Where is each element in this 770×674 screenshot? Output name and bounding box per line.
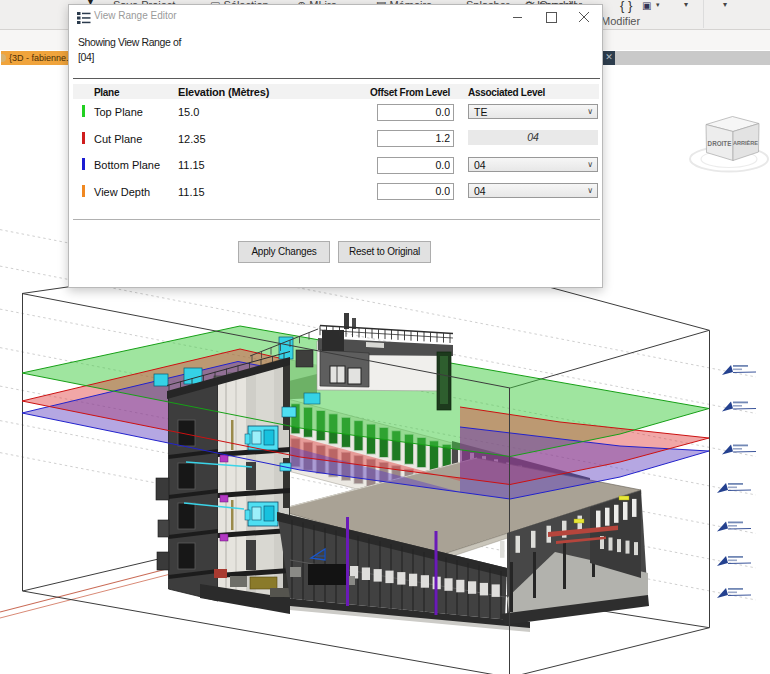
- svg-text:ARRIÈRE: ARRIÈRE: [733, 139, 758, 146]
- svg-text:DROITE: DROITE: [708, 140, 732, 147]
